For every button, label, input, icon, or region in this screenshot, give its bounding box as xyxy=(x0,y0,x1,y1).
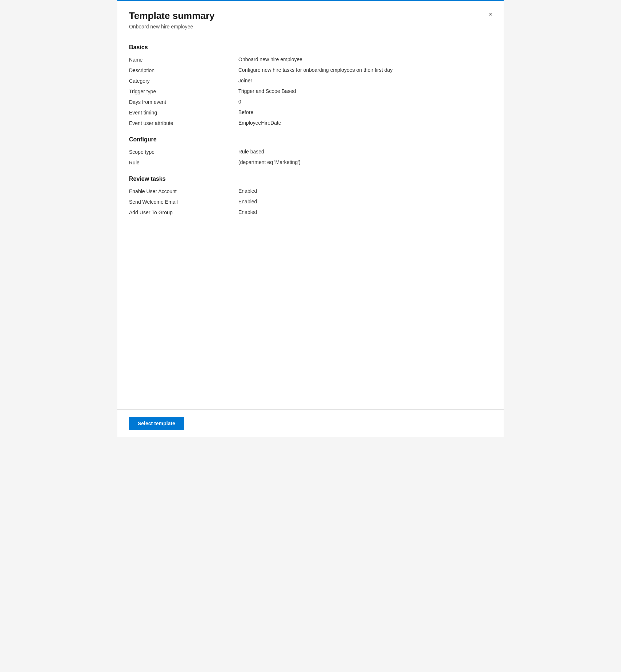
template-summary-panel: Template summary Onboard new hire employ… xyxy=(117,0,504,437)
panel-subtitle: Onboard new hire employee xyxy=(129,24,492,30)
field-label-event-user-attribute: Event user attribute xyxy=(129,120,238,126)
panel-content: Basics Name Onboard new hire employee De… xyxy=(117,35,504,409)
field-value-description: Configure new hire tasks for onboarding … xyxy=(238,67,392,73)
field-label-description: Description xyxy=(129,67,238,73)
review-tasks-heading: Review tasks xyxy=(129,176,492,182)
field-row-name: Name Onboard new hire employee xyxy=(129,56,492,63)
panel-header: Template summary Onboard new hire employ… xyxy=(117,1,504,35)
field-label-send-welcome-email: Send Welcome Email xyxy=(129,199,238,205)
field-value-category: Joiner xyxy=(238,78,252,83)
field-value-name: Onboard new hire employee xyxy=(238,56,302,62)
configure-heading: Configure xyxy=(129,136,492,143)
field-label-category: Category xyxy=(129,78,238,84)
field-value-trigger-type: Trigger and Scope Based xyxy=(238,88,296,94)
field-row-enable-user-account: Enable User Account Enabled xyxy=(129,188,492,194)
field-row-event-user-attribute: Event user attribute EmployeeHireDate xyxy=(129,120,492,126)
close-icon: × xyxy=(489,11,493,18)
field-row-days-from-event: Days from event 0 xyxy=(129,99,492,105)
field-label-enable-user-account: Enable User Account xyxy=(129,188,238,194)
field-value-scope-type: Rule based xyxy=(238,149,264,155)
field-row-scope-type: Scope type Rule based xyxy=(129,149,492,155)
field-value-event-user-attribute: EmployeeHireDate xyxy=(238,120,281,126)
basics-heading: Basics xyxy=(129,44,492,51)
review-tasks-section: Review tasks Enable User Account Enabled… xyxy=(129,176,492,215)
close-button[interactable]: × xyxy=(485,8,496,20)
field-row-add-user-to-group: Add User To Group Enabled xyxy=(129,209,492,215)
field-row-category: Category Joiner xyxy=(129,78,492,84)
field-label-scope-type: Scope type xyxy=(129,149,238,155)
field-label-rule: Rule xyxy=(129,159,238,165)
field-row-send-welcome-email: Send Welcome Email Enabled xyxy=(129,199,492,205)
field-value-event-timing: Before xyxy=(238,109,253,115)
field-row-rule: Rule (department eq 'Marketing') xyxy=(129,159,492,165)
field-label-days-from-event: Days from event xyxy=(129,99,238,105)
select-template-button[interactable]: Select template xyxy=(129,417,184,430)
field-value-send-welcome-email: Enabled xyxy=(238,199,257,204)
panel-title: Template summary xyxy=(129,10,492,22)
field-value-add-user-to-group: Enabled xyxy=(238,209,257,215)
configure-section: Configure Scope type Rule based Rule (de… xyxy=(129,136,492,165)
field-row-description: Description Configure new hire tasks for… xyxy=(129,67,492,73)
basics-section: Basics Name Onboard new hire employee De… xyxy=(129,44,492,126)
field-value-rule: (department eq 'Marketing') xyxy=(238,159,300,165)
field-value-days-from-event: 0 xyxy=(238,99,241,105)
field-value-enable-user-account: Enabled xyxy=(238,188,257,194)
field-row-event-timing: Event timing Before xyxy=(129,109,492,116)
panel-footer: Select template xyxy=(117,409,504,437)
field-label-event-timing: Event timing xyxy=(129,109,238,116)
field-label-name: Name xyxy=(129,56,238,63)
field-label-add-user-to-group: Add User To Group xyxy=(129,209,238,215)
field-row-trigger-type: Trigger type Trigger and Scope Based xyxy=(129,88,492,94)
field-label-trigger-type: Trigger type xyxy=(129,88,238,94)
